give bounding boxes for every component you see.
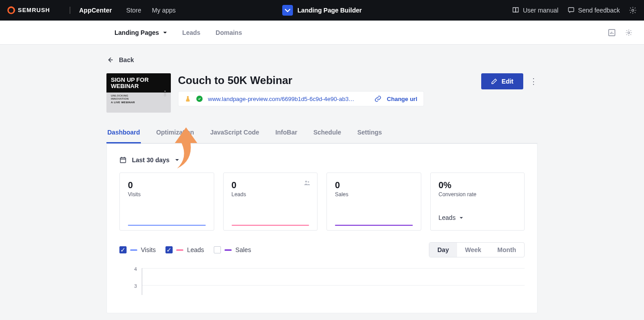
arrow-left-icon xyxy=(106,56,114,63)
card-leads: 0 Leads xyxy=(223,173,318,231)
legend-leads-label: Leads xyxy=(187,246,204,253)
legend-sales[interactable]: Sales xyxy=(214,246,251,253)
range-week[interactable]: Week xyxy=(457,243,489,257)
range-day[interactable]: Day xyxy=(429,243,457,257)
swatch-sales xyxy=(225,249,232,251)
app-logo-icon xyxy=(282,5,293,16)
chart-controls: ✓ Visits ✓ Leads Sales Day Week M xyxy=(119,242,525,257)
svg-rect-2 xyxy=(568,8,574,12)
dashboard-panel: Last 30 days 0 Visits 0 Leads 0 Sales 0% xyxy=(106,143,538,313)
settings-gear-button[interactable] xyxy=(629,6,637,14)
svg-point-8 xyxy=(308,181,309,182)
app-title-block: Landing Page Builder xyxy=(282,5,362,16)
semrush-logo-icon: SEMRUSH xyxy=(7,6,61,14)
card-visits: 0 Visits xyxy=(119,173,214,231)
sub-nav-items: Leads Domains xyxy=(182,29,242,36)
change-url-button[interactable]: Change url xyxy=(387,96,417,102)
page-tabs: Dashboard Optimization JavaScript Code I… xyxy=(106,129,538,143)
thumbnail-kebab-icon[interactable]: ⋮ xyxy=(162,89,168,97)
analytics-icon-button[interactable] xyxy=(607,28,616,37)
send-feedback-link[interactable]: Send feedback xyxy=(568,7,620,14)
y-tick-3: 3 xyxy=(134,283,137,289)
thumb-line4: A LIVE WEBINAR xyxy=(111,101,135,104)
checkbox-visits[interactable]: ✓ xyxy=(119,246,127,253)
bar-chart-icon xyxy=(608,29,615,36)
tab-javascript[interactable]: JavaScript Code xyxy=(209,129,260,143)
gear-icon xyxy=(629,6,637,14)
visits-value: 0 xyxy=(128,180,206,190)
visits-sparkline xyxy=(128,225,206,226)
leads-label: Leads xyxy=(232,191,309,198)
subnav-leads[interactable]: Leads xyxy=(182,29,200,36)
back-label: Back xyxy=(119,56,134,63)
svg-point-7 xyxy=(305,181,307,182)
svg-text:SEMRUSH: SEMRUSH xyxy=(18,7,50,13)
edit-button[interactable]: Edit xyxy=(481,73,523,89)
sales-sparkline xyxy=(335,225,413,226)
page-kebab-menu[interactable]: ⋮ xyxy=(530,76,538,86)
page-url[interactable]: www.landpage-preview.com/6699b1d5-6c9d-4… xyxy=(208,96,369,102)
conversion-value: 0% xyxy=(439,180,517,190)
sales-label: Sales xyxy=(335,191,413,198)
brand-block[interactable]: SEMRUSH AppCenter xyxy=(7,6,112,14)
svg-point-3 xyxy=(632,9,634,12)
checkbox-sales[interactable] xyxy=(214,246,221,253)
beaker-icon xyxy=(185,96,191,102)
back-button[interactable]: Back xyxy=(106,56,538,63)
thumb-line3b: INNOVATION xyxy=(111,97,129,100)
caret-down-icon xyxy=(459,216,463,220)
user-manual-label: User manual xyxy=(523,7,558,14)
app-title: Landing Page Builder xyxy=(297,7,362,14)
global-topbar: SEMRUSH AppCenter Store My apps Landing … xyxy=(0,0,644,21)
primary-section-dropdown[interactable]: Landing Pages xyxy=(114,29,167,36)
tab-schedule[interactable]: Schedule xyxy=(313,129,342,143)
checkbox-leads[interactable]: ✓ xyxy=(165,246,173,253)
svg-rect-6 xyxy=(120,158,126,163)
tab-infobar[interactable]: InfoBar xyxy=(275,129,298,143)
top-nav: Store My apps xyxy=(126,7,175,14)
legend-sales-label: Sales xyxy=(235,246,251,253)
leads-sparkline xyxy=(232,225,309,226)
pencil-icon xyxy=(491,78,497,84)
nav-link-myapps[interactable]: My apps xyxy=(152,7,176,14)
user-manual-link[interactable]: User manual xyxy=(512,7,558,14)
card-sales: 0 Sales xyxy=(326,173,421,231)
header-actions: Edit ⋮ xyxy=(481,73,538,89)
legend-leads[interactable]: ✓ Leads xyxy=(165,246,204,253)
legend-visits[interactable]: ✓ Visits xyxy=(119,246,156,253)
brand-subtitle: AppCenter xyxy=(79,7,112,14)
caret-down-icon xyxy=(163,30,167,35)
calendar-icon xyxy=(119,156,127,164)
visits-label: Visits xyxy=(128,191,206,198)
topbar-right: User manual Send feedback xyxy=(512,6,637,14)
date-range-dropdown[interactable]: Last 30 days xyxy=(119,156,525,164)
nav-link-store[interactable]: Store xyxy=(126,7,141,14)
tab-dashboard[interactable]: Dashboard xyxy=(106,129,141,143)
page-container: Back SIGN UP FOR WEBINAR UNLOCKING INNOV… xyxy=(106,45,538,313)
range-month[interactable]: Month xyxy=(489,243,524,257)
legend-visits-label: Visits xyxy=(141,246,156,253)
subnav-domains[interactable]: Domains xyxy=(216,29,242,36)
tab-settings[interactable]: Settings xyxy=(356,129,383,143)
conversion-metric-selector[interactable]: Leads xyxy=(439,214,463,221)
book-icon xyxy=(512,7,519,14)
edit-label: Edit xyxy=(502,78,513,85)
settings-icon-button[interactable] xyxy=(624,28,633,37)
thumb-line3a: UNLOCKING xyxy=(111,94,128,97)
primary-section-label: Landing Pages xyxy=(114,29,159,36)
page-title: Couch to 50K Webinar xyxy=(178,74,474,87)
thumb-line2: WEBINAR xyxy=(111,83,166,89)
chart-area: 4 3 xyxy=(142,268,525,295)
card-conversion: 0% Conversion rate Leads xyxy=(430,173,525,231)
metric-cards: 0 Visits 0 Leads 0 Sales 0% Conversion r… xyxy=(119,173,525,231)
sales-value: 0 xyxy=(335,180,413,190)
page-thumbnail[interactable]: SIGN UP FOR WEBINAR UNLOCKING INNOVATION… xyxy=(106,73,171,113)
people-icon xyxy=(304,179,311,186)
send-feedback-label: Send feedback xyxy=(578,7,620,14)
conversion-label: Conversion rate xyxy=(439,191,517,198)
tab-optimization[interactable]: Optimization xyxy=(155,129,195,143)
sub-navbar: Landing Pages Leads Domains xyxy=(0,21,644,45)
thumb-line1: SIGN UP FOR xyxy=(111,77,166,83)
y-tick-4: 4 xyxy=(134,266,137,272)
link-icon[interactable] xyxy=(374,95,381,102)
